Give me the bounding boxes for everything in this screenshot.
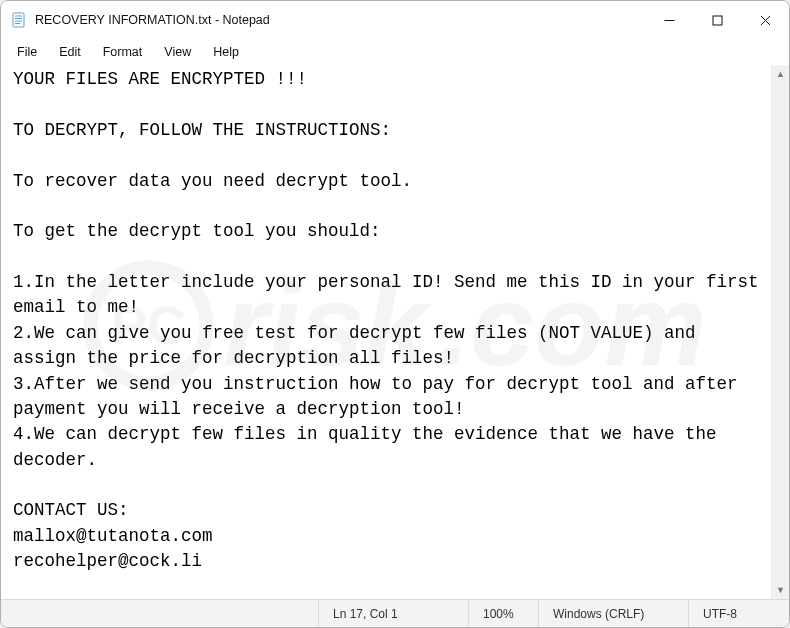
notepad-window: RECOVERY INFORMATION.txt - Notepad File … [0,0,790,628]
scroll-down-icon[interactable]: ▼ [772,581,789,599]
status-bar: Ln 17, Col 1 100% Windows (CRLF) UTF-8 [1,599,789,627]
status-spacer [1,600,319,627]
menu-help[interactable]: Help [203,43,249,61]
status-position: Ln 17, Col 1 [319,600,469,627]
window-title: RECOVERY INFORMATION.txt - Notepad [35,13,270,27]
notepad-icon [11,12,27,28]
title-bar: RECOVERY INFORMATION.txt - Notepad [1,1,789,39]
status-encoding: UTF-8 [689,600,789,627]
vertical-scrollbar[interactable]: ▲ ▼ [771,65,789,599]
scroll-up-icon[interactable]: ▲ [772,65,789,83]
status-zoom: 100% [469,600,539,627]
menu-view[interactable]: View [154,43,201,61]
minimize-button[interactable] [645,1,693,39]
menu-edit[interactable]: Edit [49,43,91,61]
status-eol: Windows (CRLF) [539,600,689,627]
maximize-button[interactable] [693,1,741,39]
svg-rect-0 [13,13,24,27]
menu-file[interactable]: File [7,43,47,61]
svg-rect-6 [713,16,722,25]
menu-format[interactable]: Format [93,43,153,61]
window-controls [645,1,789,39]
close-button[interactable] [741,1,789,39]
text-editor[interactable]: YOUR FILES ARE ENCRYPTED !!! TO DECRYPT,… [1,65,771,599]
menu-bar: File Edit Format View Help [1,39,789,65]
content-area: YOUR FILES ARE ENCRYPTED !!! TO DECRYPT,… [1,65,789,599]
